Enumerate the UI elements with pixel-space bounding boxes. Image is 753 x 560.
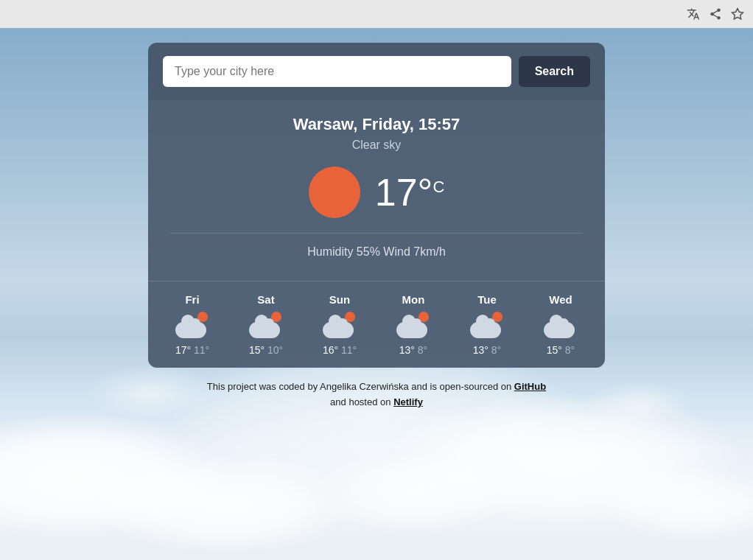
temps-sat: 15° 10°: [249, 344, 283, 356]
footer-text-middle: and hosted on: [330, 396, 393, 407]
day-name-mon: Mon: [402, 293, 425, 306]
temps-sun: 16° 11°: [323, 344, 357, 356]
forecast-icon-sun: [323, 312, 357, 338]
share-icon[interactable]: [707, 6, 724, 22]
weather-card: Search Warsaw, Friday, 15:57 Clear sky 1…: [148, 43, 605, 368]
forecast-icon-sat: [249, 312, 283, 338]
city-time: Warsaw, Friday, 15:57: [170, 115, 583, 134]
forecast-icon-fri: [175, 312, 209, 338]
temps-fri: 17° 11°: [175, 344, 209, 356]
translate-icon[interactable]: [685, 6, 701, 22]
search-area: Search: [148, 43, 605, 100]
browser-chrome: [0, 0, 753, 28]
weather-main: Warsaw, Friday, 15:57 Clear sky 17°C Hum…: [148, 100, 605, 281]
day-name-tue: Tue: [477, 293, 497, 306]
temperature-value: 17°C: [375, 170, 445, 214]
footer-text-before: This project was coded by Angelika Czerw…: [207, 381, 514, 392]
forecast-day-tue: Tue 13° 8°: [450, 293, 524, 356]
bookmark-icon[interactable]: [729, 6, 746, 22]
forecast-day-sun: Sun 16° 11°: [303, 293, 376, 356]
netlify-link[interactable]: Netlify: [393, 396, 423, 407]
day-name-fri: Fri: [185, 293, 199, 306]
forecast-day-mon: Mon 13° 8°: [376, 293, 450, 356]
temp-unit: C: [432, 178, 444, 196]
day-name-sun: Sun: [329, 293, 350, 306]
sun-icon: [309, 167, 360, 218]
forecast-day-wed: Wed 15° 8°: [524, 293, 598, 356]
search-button[interactable]: Search: [519, 56, 590, 87]
footer: This project was coded by Angelika Czerw…: [207, 379, 546, 410]
temp-number: 17°: [375, 171, 433, 214]
forecast-day-fri: Fri 17° 11°: [155, 293, 229, 356]
forecast-icon-tue: [470, 312, 504, 338]
humidity-wind: Humidity 55% Wind 7km/h: [170, 233, 583, 259]
day-name-sat: Sat: [257, 293, 274, 306]
weather-description: Clear sky: [170, 139, 583, 152]
github-link[interactable]: GitHub: [514, 381, 546, 392]
forecast-icon-wed: [544, 312, 578, 338]
temps-tue: 13° 8°: [473, 344, 501, 356]
day-name-wed: Wed: [549, 293, 572, 306]
forecast-section: Fri 17° 11° Sat 15° 10°: [148, 281, 605, 368]
temps-mon: 13° 8°: [399, 344, 427, 356]
page-content: Search Warsaw, Friday, 15:57 Clear sky 1…: [0, 28, 753, 410]
temp-display: 17°C: [170, 167, 583, 218]
city-search-input[interactable]: [163, 56, 511, 87]
forecast-icon-mon: [396, 312, 430, 338]
forecast-day-sat: Sat 15° 10°: [229, 293, 303, 356]
temps-wed: 15° 8°: [547, 344, 575, 356]
